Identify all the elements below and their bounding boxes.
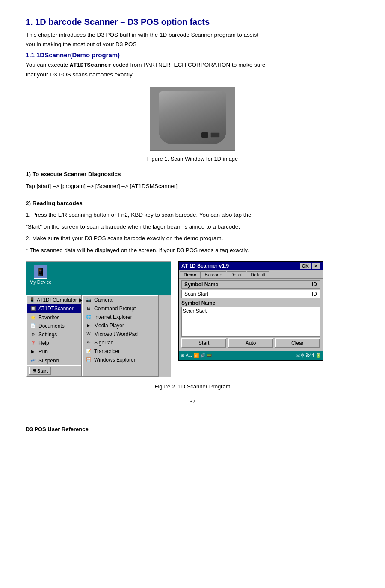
symbol-name-label: Symbol Name (181, 300, 320, 306)
ce-desktop: 📱 My Device (26, 262, 171, 295)
row-id: ID (312, 291, 317, 297)
scanner-titlebar-buttons: OK ✕ (300, 263, 320, 269)
scanner-start-button[interactable]: Start (181, 338, 226, 348)
figure2-container: 📱 My Device 📱 AT1DTCEmulator ▶ 🔲 AT1DTSc… (26, 261, 359, 377)
taskbar-start-icon: ⊞ (181, 353, 184, 358)
windows-explorer-label: Windows Explorer (94, 357, 136, 363)
section1-heading: 1.1 1DScanner(Demo program) (26, 51, 359, 59)
scanner-app: AT 1D Scanner v1.9 OK ✕ Demo Barcode Det… (178, 261, 323, 361)
ce-submenu-windows-explorer[interactable]: 🪟 Windows Explorer (83, 356, 158, 364)
row-scan-start: Scan Start (184, 291, 208, 297)
ie-icon: 🌐 (85, 314, 92, 320)
scanner-app-title: AT 1D Scanner v1.9 (181, 263, 229, 269)
run-icon: ▶ (30, 348, 36, 355)
at1dtscanner-menu-label: AT1DTScanner (38, 306, 74, 312)
step2-text4: * The scanned data will be displayed on … (26, 246, 359, 255)
ce-submenu-signpad[interactable]: ✏ SignPad (83, 338, 158, 347)
clear-btn-label: Clear (291, 340, 304, 346)
command-prompt-label: Command Prompt (94, 306, 136, 312)
page-title: 1. 1D barcode Scanner – D3 POS option fa… (26, 17, 359, 27)
ce-submenu-command-prompt[interactable]: 🖥 Command Prompt (83, 304, 158, 313)
footer-divider (26, 410, 359, 410)
ce-start-menu: 📱 AT1DTCEmulator ▶ 🔲 AT1DTScanner ⭐ Favo… (26, 295, 82, 377)
documents-icon: 📄 (30, 323, 36, 329)
taskbar-battery-icon: 🔋 (316, 353, 321, 358)
tab-barcode[interactable]: Barcode (201, 271, 226, 278)
at1dtscanner-icon: 🔲 (30, 305, 36, 312)
scanner-tabs: Demo Barcode Detail Default (179, 270, 323, 279)
step2-text2: "Start" on the screen to scan a barcode … (26, 222, 359, 232)
settings-label: Settings (38, 332, 57, 338)
documents-label: Documents (38, 323, 65, 329)
help-label: Help (38, 340, 49, 346)
scanner-taskbar: ⊞ A... 📶 🔊 📟 오후 9:44 🔋 (179, 351, 323, 360)
start-btn-label: Start (198, 340, 209, 346)
ce-menu-documents[interactable]: 📄 Documents (27, 322, 81, 330)
help-icon: ❓ (30, 340, 36, 347)
scan-window-image (150, 87, 235, 151)
wordpad-icon: W (85, 331, 92, 338)
ce-submenu-wordpad[interactable]: W Microsoft WordPad (83, 330, 158, 338)
scanner-close-button[interactable]: ✕ (312, 263, 320, 269)
media-player-label: Media Player (94, 323, 124, 329)
ce-menu-at1dtcemulator[interactable]: 📱 AT1DTCEmulator ▶ (27, 296, 81, 304)
at1dtcemulator-label: AT1DTCEmulator (37, 297, 77, 303)
step1-heading: 1) To execute Scanner Diagnostics (26, 170, 359, 179)
ce-submenu-ie[interactable]: 🌐 Internet Explorer (83, 313, 158, 321)
ce-taskbar: ⊞ Start (27, 365, 81, 376)
section1-text: You can execute AT1DTScanner coded from … (26, 60, 359, 79)
run-label: Run... (38, 349, 52, 355)
my-device-icon: 📱 My Device (30, 265, 51, 285)
figure2-caption: Figure 2. 1D Scanner Program (26, 383, 359, 390)
tab-detail[interactable]: Detail (227, 271, 246, 278)
ce-menu-area: 📱 AT1DTCEmulator ▶ 🔲 AT1DTScanner ⭐ Favo… (26, 295, 171, 377)
taskbar-app-label: A... (186, 353, 192, 358)
command-prompt-icon: 🖥 (85, 305, 92, 312)
windows-explorer-icon: 🪟 (85, 356, 92, 363)
step1-tap: Tap [start] –> [program] –> [Scanner] –>… (26, 182, 359, 191)
at1dtcemulator-icon: 📱 (30, 297, 35, 303)
signpad-label: SignPad (94, 340, 113, 346)
scan-start-value: Scan Start (183, 308, 319, 314)
ce-menu-favorites[interactable]: ⭐ Favorites (27, 313, 81, 322)
taskbar-time: 오후 9:44 (296, 353, 314, 359)
ce-submenu-camera[interactable]: 📷 Camera (83, 296, 158, 304)
at1dtscanner-label: AT1DTScanner (70, 62, 111, 68)
ce-submenu-media-player[interactable]: ▶ Media Player (83, 321, 158, 330)
my-device-icon-img: 📱 (34, 265, 47, 279)
scanner-ok-button[interactable]: OK (300, 263, 311, 269)
settings-icon: ⚙ (30, 331, 36, 338)
taskbar-icons: 📶 🔊 📟 (194, 353, 212, 358)
wordpad-label: Microsoft WordPad (94, 331, 138, 337)
scanner-clear-button[interactable]: Clear (275, 338, 320, 348)
ce-menu-suspend[interactable]: 💤 Suspend (27, 356, 81, 365)
page-footer: 37 (26, 398, 359, 405)
tab-default[interactable]: Default (247, 271, 270, 278)
my-device-label: My Device (30, 279, 51, 285)
ie-label: Internet Explorer (94, 314, 132, 320)
scanner-content: Symbol Name ID Scan Start ID Symbol Name… (179, 279, 323, 351)
signpad-icon: ✏ (85, 339, 92, 346)
doc-footer: D3 POS User Reference (26, 423, 359, 432)
ce-submenu-transcriber[interactable]: 📝 Transcriber (83, 347, 158, 356)
scanner-large-area: Scan Start (181, 307, 320, 337)
tab-demo[interactable]: Demo (180, 271, 201, 278)
scanner-table-header: Symbol Name ID (181, 280, 320, 289)
intro-text: This chapter introduces the D3 POS built… (26, 30, 359, 49)
step2-text3: 2. Make sure that your D3 POS scans barc… (26, 234, 359, 243)
col-symbol-name: Symbol Name (184, 282, 218, 288)
transcriber-icon: 📝 (85, 348, 92, 355)
ce-start-button[interactable]: ⊞ Start (29, 367, 51, 375)
ce-menu-settings[interactable]: ⚙ Settings (27, 330, 81, 339)
ce-menu-at1dtscanner[interactable]: 🔲 AT1DTScanner (27, 304, 81, 313)
scanner-table-row: Scan Start ID (181, 290, 320, 298)
scanner-auto-button[interactable]: Auto (228, 338, 273, 348)
camera-label: Camera (94, 297, 113, 303)
ce-menu-help[interactable]: ❓ Help (27, 339, 81, 347)
favorites-icon: ⭐ (30, 314, 36, 321)
media-player-icon: ▶ (85, 322, 92, 329)
ce-submenu: 📷 Camera 🖥 Command Prompt 🌐 Internet Exp… (82, 295, 159, 377)
ce-menu-run[interactable]: ▶ Run... (27, 347, 81, 356)
suspend-icon: 💤 (30, 357, 36, 364)
scanner-bottom-buttons: Start Auto Clear (181, 338, 320, 348)
